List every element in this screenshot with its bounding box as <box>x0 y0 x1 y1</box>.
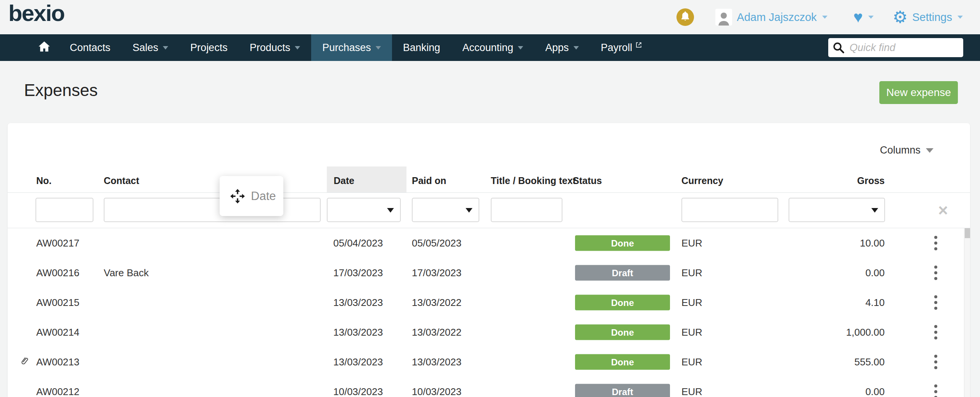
cell-date: 05/04/2023 <box>333 237 383 249</box>
row-menu-button[interactable] <box>933 353 939 371</box>
favorites-heart-icon[interactable]: ♥ <box>853 9 863 25</box>
status-badge: Done <box>575 325 670 340</box>
row-menu-button[interactable] <box>933 383 939 397</box>
cell-currency: EUR <box>681 356 702 368</box>
cell-no: AW00215 <box>36 297 79 309</box>
cell-no: AW00216 <box>36 267 79 279</box>
cell-paid-on: 13/03/2023 <box>412 356 461 368</box>
header-paid-on[interactable]: Paid on <box>412 175 446 186</box>
user-avatar[interactable] <box>715 9 732 26</box>
nav-accounting[interactable]: Accounting <box>451 34 534 61</box>
notifications-bell-button[interactable] <box>676 8 694 26</box>
status-badge: Done <box>575 354 670 370</box>
move-icon <box>230 189 245 203</box>
paperclip-icon <box>19 356 30 368</box>
columns-caret-icon <box>926 148 933 153</box>
table-row[interactable]: AW00213 13/03/2023 13/03/2023 Done EUR 5… <box>8 347 964 378</box>
cell-no: AW00212 <box>36 386 79 397</box>
nav-sales[interactable]: Sales <box>122 34 180 61</box>
cell-gross: 4.10 <box>865 297 885 309</box>
cell-currency: EUR <box>681 386 702 397</box>
table-row[interactable]: AW00216 Vare Back 17/03/2023 17/03/2023 … <box>8 258 964 288</box>
row-menu-button[interactable] <box>933 294 939 311</box>
cell-date: 17/03/2023 <box>333 267 383 279</box>
nav-products[interactable]: Products <box>239 34 312 61</box>
nav-payroll[interactable]: Payroll <box>590 34 654 61</box>
status-badge: Draft <box>575 265 670 281</box>
nav-contacts[interactable]: Contacts <box>59 34 122 61</box>
cell-no: AW00217 <box>36 237 79 249</box>
status-badge: Done <box>575 295 670 311</box>
filter-row: × <box>8 192 970 228</box>
nav-apps[interactable]: Apps <box>534 34 590 61</box>
external-link-icon <box>635 39 642 51</box>
header-no[interactable]: No. <box>36 175 51 186</box>
bell-icon <box>680 11 690 23</box>
cell-gross: 10.00 <box>860 237 885 249</box>
new-expense-button[interactable]: New expense <box>879 81 958 104</box>
cell-currency: EUR <box>681 267 702 279</box>
bexio-logo[interactable]: bexio <box>8 0 64 26</box>
topbar-right: Adam Jajszczok ♥ ⚙ Settings <box>676 0 963 34</box>
header-date: Date <box>334 175 354 186</box>
settings-menu[interactable]: Settings <box>912 11 952 24</box>
row-menu-button[interactable] <box>933 323 939 341</box>
row-menu-button[interactable] <box>933 234 939 252</box>
filter-currency-input[interactable] <box>681 198 778 222</box>
header-status[interactable]: Status <box>573 175 602 186</box>
user-menu[interactable]: Adam Jajszczok <box>737 11 817 24</box>
cell-currency: EUR <box>681 327 702 338</box>
settings-caret-icon[interactable] <box>958 16 963 19</box>
cell-gross: 555.00 <box>854 356 885 368</box>
columns-dropdown[interactable]: Columns <box>880 144 933 156</box>
cell-date: 13/03/2023 <box>333 327 383 338</box>
cell-paid-on: 13/03/2022 <box>412 297 461 309</box>
cell-no: AW00213 <box>36 356 79 368</box>
nav-banking[interactable]: Banking <box>392 34 451 61</box>
cell-date: 13/03/2023 <box>333 297 383 309</box>
table-row[interactable]: AW00214 13/03/2023 13/03/2022 Done EUR 1… <box>8 317 964 348</box>
header-date-highlight[interactable]: Date <box>327 166 406 192</box>
cell-paid-on: 05/05/2023 <box>412 237 461 249</box>
header-title-booking[interactable]: Title / Booking text <box>491 175 576 186</box>
status-badge: Draft <box>575 384 670 397</box>
header-gross[interactable]: Gross <box>857 175 885 186</box>
header-contact[interactable]: Contact <box>104 175 139 186</box>
table-row[interactable]: AW00217 05/04/2023 05/05/2023 Done EUR 1… <box>8 228 964 259</box>
home-icon <box>38 41 50 55</box>
nav-projects[interactable]: Projects <box>179 34 239 61</box>
chevron-down-icon <box>518 46 523 50</box>
cell-currency: EUR <box>681 237 702 249</box>
cell-paid-on: 17/03/2023 <box>412 267 461 279</box>
filter-contact-input[interactable] <box>104 198 321 222</box>
nav-purchases[interactable]: Purchases <box>311 34 392 61</box>
chevron-down-icon <box>376 46 381 50</box>
table-row[interactable]: AW00215 13/03/2023 13/03/2022 Done EUR 4… <box>8 288 964 318</box>
filter-paid-on-select[interactable] <box>412 198 479 222</box>
chevron-down-icon <box>163 46 168 50</box>
column-drag-ghost: Date <box>220 176 283 216</box>
filter-title-input[interactable] <box>491 198 562 222</box>
cell-contact: Vare Back <box>104 267 149 279</box>
row-menu-button[interactable] <box>933 264 939 282</box>
table-scrollbar[interactable] <box>964 228 970 397</box>
cell-paid-on: 13/03/2022 <box>412 327 461 338</box>
favorites-caret-icon[interactable] <box>868 16 874 19</box>
cell-date: 10/03/2023 <box>333 386 383 397</box>
drag-ghost-label: Date <box>251 189 276 203</box>
user-menu-caret-icon[interactable] <box>822 16 827 19</box>
filter-no-input[interactable] <box>35 198 93 222</box>
scrollbar-thumb[interactable] <box>965 228 970 238</box>
cell-gross: 0.00 <box>865 267 885 279</box>
nav-home[interactable] <box>30 34 59 61</box>
gear-icon[interactable]: ⚙ <box>893 9 908 26</box>
table-row[interactable]: AW00212 10/03/2023 10/03/2023 Draft EUR … <box>8 377 964 397</box>
search-input[interactable] <box>849 40 980 56</box>
filter-gross-select[interactable] <box>789 198 885 222</box>
clear-filters-icon[interactable]: × <box>938 202 948 219</box>
cell-currency: EUR <box>681 297 702 309</box>
status-badge: Done <box>575 235 670 251</box>
filter-date-select[interactable] <box>327 198 401 222</box>
expenses-table-card: Columns No. Contact Date Paid on Title /… <box>8 123 970 397</box>
header-currency[interactable]: Currency <box>681 175 723 186</box>
